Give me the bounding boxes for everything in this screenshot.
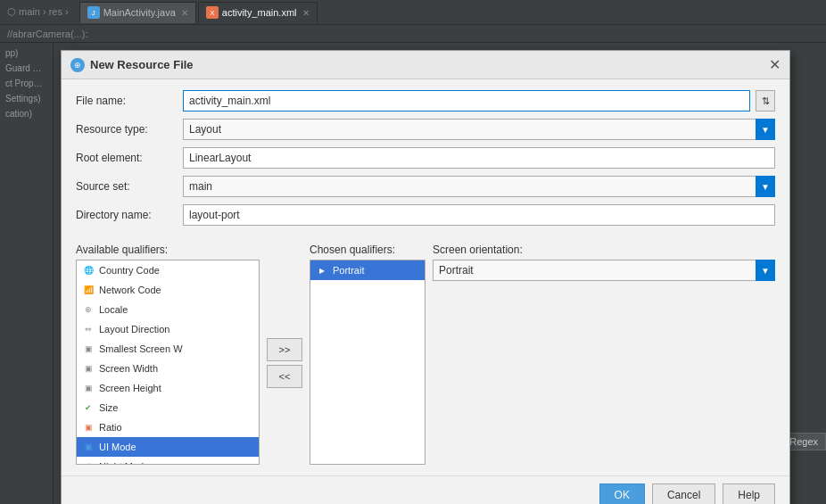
qualifier-country-code[interactable]: 🌐 Country Code (77, 260, 259, 280)
help-button[interactable]: Help (723, 483, 775, 504)
file-name-row: File name: ⇅ (76, 90, 775, 112)
tab-label-activity-xml: activity_main.xml (222, 7, 297, 18)
qualifier-list: 🌐 Country Code 📶 Network Code ⊕ Locale (76, 260, 260, 465)
xml-icon: X (206, 6, 219, 19)
qualifier-ratio-label: Ratio (99, 422, 122, 433)
left-sidebar: pp) Guard Rules ct Properties Settings) … (0, 43, 54, 504)
qualifier-layout-direction-label: Layout Direction (99, 324, 170, 335)
remove-qualifier-button[interactable]: << (267, 365, 302, 388)
dialog-title-content: ⊕ New Resource File (70, 58, 194, 72)
source-set-label: Source set: (76, 180, 183, 193)
qualifier-ratio[interactable]: ▣ Ratio (77, 417, 259, 437)
resource-type-select[interactable]: Layout (183, 119, 775, 140)
screen-orientation-panel: Screen orientation: Portrait Landscape S… (433, 244, 775, 465)
root-element-input[interactable] (183, 147, 775, 169)
dialog-form: File name: ⇅ Resource type: Layout ▼ Roo… (62, 79, 789, 244)
qualifier-night-mode[interactable]: ☽ Night Mode (77, 457, 259, 465)
tab-bar: ⬡ main › res › J MainActivity.java ✕ X a… (0, 0, 826, 25)
qualifier-screen-width[interactable]: ▣ Screen Width (77, 359, 259, 378)
available-qualifiers-panel: Available qualifiers: 🌐 Country Code 📶 N… (76, 244, 260, 465)
available-qualifiers-label: Available qualifiers: (76, 244, 260, 256)
dialog-title-bar: ⊕ New Resource File ✕ (62, 51, 789, 79)
root-element-label: Root element: (76, 152, 183, 164)
source-set-select-wrapper: main ▼ (183, 176, 775, 197)
dialog-title-icon: ⊕ (70, 58, 85, 72)
directory-name-row: Directory name: (76, 204, 775, 226)
tab-close-mainactivity[interactable]: ✕ (181, 8, 188, 18)
resource-type-label: Resource type: (76, 123, 183, 136)
chosen-portrait-icon: ▶ (316, 264, 328, 277)
globe-icon: 🌐 (82, 264, 95, 277)
qualifier-night-mode-label: Night Mode (99, 461, 149, 465)
screen-orientation-select[interactable]: Portrait Landscape Square (433, 260, 775, 281)
ok-button[interactable]: OK (599, 483, 645, 504)
resource-type-row: Resource type: Layout ▼ (76, 119, 775, 140)
qualifier-locale[interactable]: ⊕ Locale (77, 300, 259, 319)
qualifier-locale-label: Locale (99, 304, 128, 315)
tab-label-mainactivity: MainActivity.java (103, 7, 176, 18)
tab-activity-xml[interactable]: X activity_main.xml ✕ (198, 2, 318, 23)
qualifier-country-code-label: Country Code (99, 265, 160, 276)
tab-mainactivity[interactable]: J MainActivity.java ✕ (79, 2, 196, 23)
dialog-main-area: Available qualifiers: 🌐 Country Code 📶 N… (62, 244, 789, 475)
qualifier-smallest-screen[interactable]: ▣ Smallest Screen W (77, 339, 259, 359)
size-icon: ✔ (82, 401, 95, 414)
chosen-qualifiers-panel: Chosen qualifiers: ▶ Portrait (310, 244, 425, 465)
night-mode-icon: ☽ (82, 460, 95, 465)
sidebar-item-1: pp) (2, 46, 51, 60)
root-element-row: Root element: (76, 147, 775, 169)
nav-icons: ⬡ main › res › (7, 6, 69, 18)
dialog-title-text: New Resource File (90, 58, 194, 71)
file-name-input[interactable] (183, 90, 750, 112)
source-set-row: Source set: main ▼ (76, 176, 775, 197)
ratio-icon: ▣ (82, 421, 95, 434)
cancel-button[interactable]: Cancel (652, 483, 715, 504)
qualifier-screen-width-label: Screen Width (99, 363, 158, 374)
qualifier-screen-height[interactable]: ▣ Screen Height (77, 378, 259, 398)
chosen-portrait-label: Portrait (333, 265, 364, 276)
sidebar-item-4: Settings) (2, 92, 51, 105)
screen-width-icon: ▣ (82, 362, 95, 375)
qualifier-ui-mode-label: UI Mode (99, 442, 136, 452)
network-icon: 📶 (82, 284, 95, 296)
dialog-overlay: ⊕ New Resource File ✕ File name: ⇅ Resou… (54, 43, 790, 498)
directory-name-label: Directory name: (76, 209, 183, 221)
dialog-close-button[interactable]: ✕ (769, 58, 781, 72)
qualifier-layout-direction[interactable]: ⇔ Layout Direction (77, 319, 259, 339)
qualifier-network-code-label: Network Code (99, 285, 161, 295)
resource-type-select-wrapper: Layout ▼ (183, 119, 775, 140)
layout-direction-icon: ⇔ (82, 323, 95, 335)
directory-name-input[interactable] (183, 204, 775, 226)
arrow-buttons-area: >> << (267, 244, 302, 465)
new-resource-file-dialog: ⊕ New Resource File ✕ File name: ⇅ Resou… (61, 50, 790, 504)
java-icon: J (87, 6, 100, 19)
breadcrumb: //abrarCamera(...): (0, 25, 826, 43)
sidebar-item-5: cation) (2, 107, 51, 120)
add-qualifier-button[interactable]: >> (267, 338, 302, 361)
screen-orientation-label: Screen orientation: (433, 244, 775, 256)
qualifier-size[interactable]: ✔ Size (77, 398, 259, 417)
locale-icon: ⊕ (82, 303, 95, 316)
qualifier-smallest-screen-label: Smallest Screen W (99, 343, 183, 354)
qualifier-size-label: Size (99, 402, 118, 413)
qualifier-screen-height-label: Screen Height (99, 383, 161, 393)
tab-close-activity-xml[interactable]: ✕ (302, 8, 310, 18)
dialog-buttons-area: OK Cancel Help (62, 475, 789, 504)
chosen-qualifier-list: ▶ Portrait (310, 260, 425, 465)
qualifier-network-code[interactable]: 📶 Network Code (77, 280, 259, 300)
source-set-select[interactable]: main (183, 176, 775, 197)
file-name-label: File name: (76, 95, 183, 107)
sidebar-item-2: Guard Rules (2, 62, 51, 75)
chosen-qualifiers-label: Chosen qualifiers: (310, 244, 425, 256)
chosen-portrait[interactable]: ▶ Portrait (310, 260, 425, 280)
screen-orientation-select-wrapper: Portrait Landscape Square ▼ (433, 260, 775, 281)
smallest-screen-icon: ▣ (82, 343, 95, 355)
sort-button[interactable]: ⇅ (756, 90, 775, 112)
ide-background: ⬡ main › res › J MainActivity.java ✕ X a… (0, 0, 826, 504)
sidebar-item-3: ct Properties (2, 77, 51, 90)
qualifier-ui-mode[interactable]: ▣ UI Mode (77, 437, 259, 457)
screen-height-icon: ▣ (82, 382, 95, 394)
ui-mode-icon: ▣ (82, 441, 95, 453)
